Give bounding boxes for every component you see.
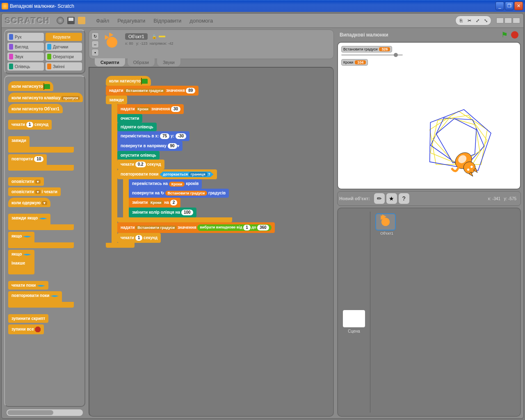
shrink-icon[interactable]: ⤡ [482, 17, 489, 24]
rotate-free-button[interactable]: ↻ [91, 32, 99, 40]
surprise-sprite-button[interactable]: ? [399, 193, 409, 204]
sprite-info-panel: ↻ ↔ • Об'єкт1 🔒 x: 80 y: -123 напрямок: … [89, 30, 334, 59]
minimize-button[interactable]: _ [495, 2, 504, 10]
duplicate-icon[interactable]: ⎘ [457, 17, 465, 24]
menu-bar: SCRATCH Файл Редагувати Відправити допом… [2, 14, 523, 28]
variable-monitor-steps[interactable]: Кроки 104 [341, 59, 368, 66]
app-icon [2, 3, 8, 9]
stop-button[interactable] [511, 31, 518, 39]
category-looks[interactable]: Вигляд [7, 43, 44, 51]
open-icon[interactable] [78, 17, 85, 24]
rotate-lr-button[interactable]: ↔ [91, 41, 99, 48]
stop-icon [35, 326, 41, 332]
block-when-flag[interactable]: коли натиснуто [8, 81, 53, 91]
script-pen-color[interactable]: змінити колір олівця на 100 [129, 208, 196, 217]
stage-canvas[interactable]: Встановити градуси 326 Кроки 104 [337, 42, 521, 189]
script-turn[interactable]: повернути на ↻ Встановити градуси градус… [129, 189, 229, 198]
close-button[interactable]: ✕ [514, 2, 523, 10]
script-when-flag[interactable]: коли натиснуто [106, 76, 151, 86]
script-change-var[interactable]: змінити Кроки на 2 [129, 198, 180, 208]
category-pen[interactable]: Олівець [7, 62, 44, 71]
sprite-on-stage[interactable] [446, 144, 483, 180]
view-present-button[interactable] [513, 18, 520, 23]
block-forever-if[interactable]: завжди якщо [8, 214, 50, 230]
block-repeat-until[interactable]: повторювати поки [8, 291, 62, 308]
script-pen-down[interactable]: опустити олівець [117, 151, 160, 160]
script-move[interactable]: переміститись на Кроки кроків [129, 179, 202, 188]
cut-icon[interactable]: ✂ [466, 17, 473, 24]
script-stack[interactable]: коли натиснуто надати Встановити градуси… [106, 76, 275, 248]
script-wait-1[interactable]: чекати 1 секунд [117, 233, 161, 243]
category-sound[interactable]: Звук [7, 52, 44, 61]
paint-sprite-button[interactable]: ✏ [374, 193, 385, 204]
block-when-receive[interactable]: коли одержую ▾ [8, 198, 50, 207]
monitor-value: 104 [355, 60, 366, 64]
category-control[interactable]: Керувати [46, 33, 82, 41]
category-label: Оператори [53, 55, 74, 59]
menu-help[interactable]: допомога [185, 16, 217, 25]
scripts-workspace[interactable]: коли натиснуто надати Встановити градуси… [89, 67, 334, 417]
save-icon[interactable] [67, 17, 75, 24]
block-broadcast[interactable]: оповістити ▾ [8, 177, 44, 186]
sprite-name-field[interactable]: Об'єкт1 [125, 33, 148, 40]
menu-edit[interactable]: Редагувати [113, 16, 149, 25]
language-icon[interactable] [57, 17, 64, 24]
tab-scripts[interactable]: Скрипти [94, 58, 126, 67]
palette-scrollbar[interactable] [7, 409, 83, 416]
sprite-thumbnail [102, 32, 122, 52]
stage-thumbnail[interactable] [343, 310, 365, 327]
tab-costumes[interactable]: Образи [127, 58, 155, 67]
view-large-button[interactable] [504, 18, 512, 23]
menu-share[interactable]: Відправити [149, 16, 185, 25]
block-when-key[interactable]: коли натиснуто клавішу пропуск [8, 93, 83, 102]
script-goto[interactable]: переміститись в x: 75 y: -30 [117, 131, 189, 141]
sprite-list-item[interactable]: Об'єкт1 [375, 213, 398, 235]
category-label: Керувати [53, 35, 71, 39]
category-sensing[interactable]: Датчики [46, 43, 82, 51]
sprite-item-label: Об'єкт1 [375, 231, 398, 235]
block-wait[interactable]: чекати 1 секунд [8, 120, 52, 130]
script-point[interactable]: повернути в напрямку 90▾ [117, 141, 183, 151]
block-when-sprite[interactable]: коли натиснуто Об'єкт1 [8, 104, 63, 113]
script-set-var-2[interactable]: надати Кроки значення 30 [117, 104, 184, 114]
block-stop-all[interactable]: зупини все [8, 324, 44, 334]
script-clear[interactable]: очистити [117, 114, 142, 123]
view-small-button[interactable] [496, 18, 504, 23]
choose-sprite-button[interactable]: ★ [386, 193, 397, 204]
maximize-button[interactable]: ❐ [505, 2, 514, 10]
category-variables[interactable]: Змінні [46, 62, 82, 71]
lock-icon[interactable]: 🔒 [152, 34, 157, 39]
script-set-var-3[interactable]: надати Встановити градуси значення вибра… [117, 222, 275, 233]
category-label: Олівець [15, 64, 30, 69]
block-repeat[interactable]: повторити 10 [8, 154, 47, 171]
menu-file[interactable]: Файл [92, 16, 113, 25]
block-palette: коли натиснуто коли натиснуто клавішу пр… [4, 75, 85, 407]
rotate-none-button[interactable]: • [91, 49, 99, 56]
category-label: Рух [15, 35, 22, 39]
cursor-toolbar: ⎘ ✂ ⤢ ⤡ [455, 16, 491, 25]
category-operators[interactable]: Оператори [46, 52, 82, 61]
script-wait-02[interactable]: чекати 0.2 секунд [117, 160, 164, 169]
script-set-var-1[interactable]: надати Встановити градуси значення 89 [106, 86, 199, 96]
script-pen-up[interactable]: підняти олівець [117, 123, 157, 131]
block-broadcast-wait[interactable]: оповістити ▾ і чекати [8, 187, 61, 196]
category-label: Змінні [53, 64, 64, 69]
variable-monitor-degrees[interactable]: Встановити градуси 326 [341, 46, 392, 52]
block-forever[interactable]: завжди [8, 136, 30, 153]
block-wait-until[interactable]: чекати поки [8, 281, 48, 290]
block-categories: Рух Керувати Вигляд Датчики Звук Операто… [4, 30, 85, 74]
script-repeat-until[interactable]: повторювати поки доторкається границя ? [117, 169, 217, 179]
monitor-value: 326 [379, 47, 390, 51]
window-title: Випадкові малюнки- Scratch [10, 3, 495, 9]
category-motion[interactable]: Рух [7, 33, 44, 41]
block-if-else[interactable]: якщо інакше [8, 250, 34, 274]
script-forever[interactable]: завжди [106, 96, 127, 104]
mouse-coords: x: -341 y: -575 [410, 196, 519, 201]
grow-icon[interactable]: ⤢ [474, 17, 481, 24]
sprite-list-panel: Сцена Об'єкт1 [337, 208, 521, 417]
tab-sounds[interactable]: Звуки [157, 58, 181, 67]
green-flag-button[interactable]: ⚑ [501, 30, 510, 39]
block-stop-script[interactable]: зупинити скрипт [8, 314, 48, 323]
block-if[interactable]: якщо [8, 232, 34, 248]
monitor-slider[interactable] [341, 54, 403, 56]
